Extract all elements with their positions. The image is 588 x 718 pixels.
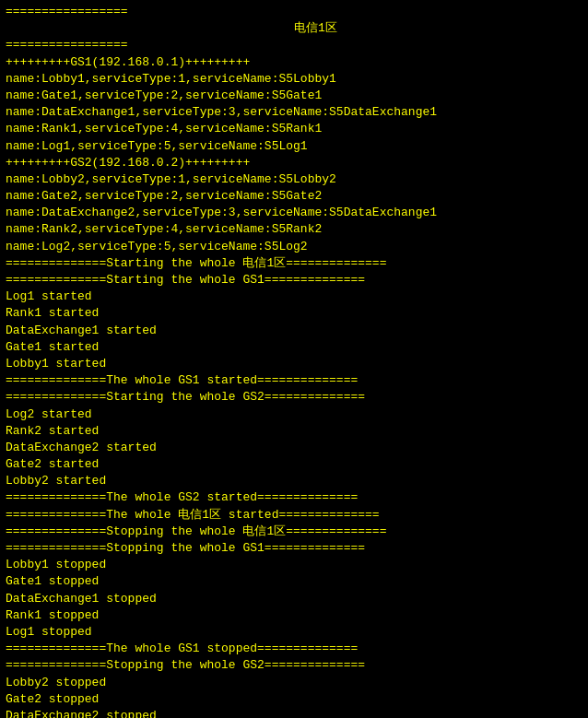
terminal-line-gate2st: Gate2 stopped [6, 691, 582, 708]
terminal-line-sep1: ================= [6, 37, 582, 53]
terminal-line-gs1l1: name:Lobby1,serviceType:1,serviceName:S5… [6, 71, 582, 88]
terminal-line-gs2l3: name:DataExchange2,serviceType:3,service… [6, 205, 582, 221]
terminal-line-lobby2st: Lobby2 stopped [6, 675, 582, 691]
terminal-line-lobby2s: Lobby2 started [6, 473, 582, 489]
terminal-line-rank1st: Rank1 stopped [6, 607, 582, 624]
terminal-line-startgs2: ==============Starting the whole GS2====… [6, 389, 582, 406]
terminal-line-de2st: DataExchange2 stopped [6, 708, 582, 718]
terminal-line-startingdx2: ==============Starting the whole GS1====… [6, 272, 582, 288]
terminal-line-stoppinggs2: ==============Stopping the whole GS2====… [6, 657, 582, 674]
terminal: ================= 电信1区=================+… [0, 0, 588, 718]
terminal-line-gs2header: +++++++++GS2(192.168.0.2)+++++++++ [6, 155, 582, 171]
terminal-line-gs1l5: name:Log1,serviceType:5,serviceName:S5Lo… [6, 138, 582, 155]
terminal-line-gs1started: ==============The whole GS1 started=====… [6, 372, 582, 389]
terminal-line-log2s: Log2 started [6, 406, 582, 423]
terminal-line-rank1s: Rank1 started [6, 305, 582, 322]
terminal-line-gs1stopped: ==============The whole GS1 stopped=====… [6, 641, 582, 657]
terminal-line-gs1l3: name:DataExchange1,serviceType:3,service… [6, 104, 582, 121]
terminal-line-gate1st: Gate1 stopped [6, 573, 582, 590]
terminal-line-stoppingdx1: ==============Stopping the whole 电信1区===… [6, 524, 582, 540]
terminal-line-gate1s: Gate1 started [6, 339, 582, 356]
terminal-line-lobby1s: Lobby1 started [6, 356, 582, 372]
terminal-line-startingdx1: ==============Starting the whole 电信1区===… [6, 255, 582, 272]
terminal-line-title: 电信1区 [6, 20, 582, 37]
terminal-line-gate2s: Gate2 started [6, 456, 582, 473]
terminal-line-gs2l5: name:Log2,serviceType:5,serviceName:S5Lo… [6, 239, 582, 255]
terminal-line-sep0: ================= [6, 4, 582, 20]
terminal-line-gs2l2: name:Gate2,serviceType:2,serviceName:S5G… [6, 188, 582, 205]
terminal-line-gs2l1: name:Lobby2,serviceType:1,serviceName:S5… [6, 171, 582, 188]
terminal-line-gs2started: ==============The whole GS2 started=====… [6, 489, 582, 506]
terminal-line-dx1started: ==============The whole 电信1区 started====… [6, 507, 582, 524]
terminal-line-de1st: DataExchange1 stopped [6, 591, 582, 607]
terminal-line-gs1header: +++++++++GS1(192.168.0.1)+++++++++ [6, 54, 582, 71]
terminal-line-gs1l4: name:Rank1,serviceType:4,serviceName:S5R… [6, 121, 582, 137]
terminal-line-de1s: DataExchange1 started [6, 323, 582, 339]
terminal-line-de2s: DataExchange2 started [6, 440, 582, 456]
terminal-line-gs1l2: name:Gate1,serviceType:2,serviceName:S5G… [6, 88, 582, 104]
terminal-line-gs2l4: name:Rank2,serviceType:4,serviceName:S5R… [6, 221, 582, 238]
terminal-line-log1st: Log1 stopped [6, 624, 582, 641]
terminal-line-lobby1st: Lobby1 stopped [6, 557, 582, 573]
terminal-line-stoppinggs1: ==============Stopping the whole GS1====… [6, 540, 582, 557]
terminal-line-rank2s: Rank2 started [6, 423, 582, 440]
terminal-line-log1s: Log1 started [6, 288, 582, 305]
